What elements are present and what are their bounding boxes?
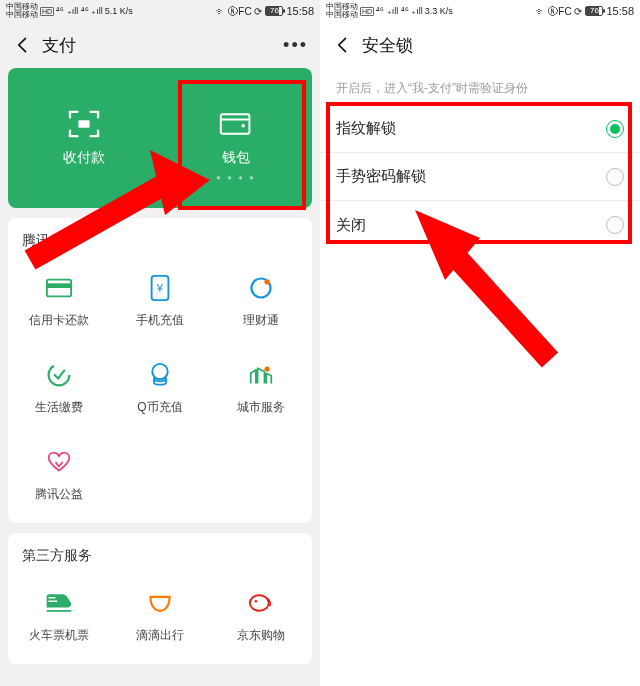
carrier-2: 中国移动 bbox=[326, 11, 358, 19]
svc-mobile-topup[interactable]: ¥ 手机充值 bbox=[109, 256, 210, 343]
svc-didi[interactable]: 滴滴出行 bbox=[109, 571, 210, 658]
section-thirdparty-title: 第三方服务 bbox=[8, 533, 312, 571]
credit-card-icon bbox=[44, 274, 74, 302]
city-icon bbox=[246, 361, 276, 389]
svg-point-8 bbox=[265, 279, 270, 284]
radio-icon bbox=[606, 120, 624, 138]
hint-text: 开启后，进入“我-支付”时需验证身份 bbox=[320, 68, 640, 105]
svc-train[interactable]: 火车票机票 bbox=[8, 571, 109, 658]
svg-text:¥: ¥ bbox=[156, 282, 164, 294]
svc-label: 生活缴费 bbox=[35, 399, 83, 416]
hd-badge: HD bbox=[360, 7, 374, 16]
battery-icon: 76 bbox=[265, 6, 283, 16]
svg-rect-1 bbox=[221, 114, 250, 134]
hero-pay-receive[interactable]: 收付款 bbox=[8, 68, 160, 208]
svc-city[interactable]: 城市服务 bbox=[211, 343, 312, 430]
chevron-left-icon bbox=[333, 35, 353, 55]
screen-security-lock: 中国移动 中国移动 HD ⁴⁶ ₊ıll ⁴⁶ ₊ıll 3.3 K/s ᯤ Ⓝ… bbox=[320, 0, 640, 686]
section-tencent-title: 腾讯服务 bbox=[8, 218, 312, 256]
radio-icon bbox=[606, 216, 624, 234]
option-gesture[interactable]: 手势密码解锁 bbox=[320, 153, 640, 201]
svc-charity[interactable]: 腾讯公益 bbox=[8, 430, 109, 517]
svg-rect-0 bbox=[78, 120, 89, 128]
svc-label: 京东购物 bbox=[237, 627, 285, 644]
svc-label: 理财通 bbox=[243, 312, 279, 329]
option-label: 手势密码解锁 bbox=[336, 167, 426, 186]
svc-licaitong[interactable]: 理财通 bbox=[211, 256, 312, 343]
status-bar: 中国移动 中国移动 HD ⁴⁶ ₊ıll ⁴⁶ ₊ıll 5.1 K/s ᯤ Ⓝ… bbox=[0, 0, 320, 22]
net-speed: 5.1 bbox=[105, 6, 118, 16]
back-button[interactable] bbox=[12, 34, 34, 56]
scan-icon bbox=[67, 109, 101, 139]
clock: 15:58 bbox=[286, 5, 314, 17]
status-bar: 中国移动 中国移动 HD ⁴⁶ ₊ıll ⁴⁶ ₊ıll 3.3 K/s ᯤ Ⓝ… bbox=[320, 0, 640, 22]
svc-utilities[interactable]: 生活缴费 bbox=[8, 343, 109, 430]
wallet-icon bbox=[219, 109, 253, 139]
carrier-2: 中国移动 bbox=[6, 11, 38, 19]
status-icons: ᯤ ⓃFC ⟳ bbox=[216, 6, 263, 17]
nav-bar: 安全锁 bbox=[320, 22, 640, 68]
net-speed: 3.3 bbox=[425, 6, 438, 16]
svc-label: 信用卡还款 bbox=[29, 312, 89, 329]
page-title: 安全锁 bbox=[362, 34, 413, 57]
qcoin-icon bbox=[145, 361, 175, 389]
charity-icon bbox=[44, 448, 74, 476]
svc-label: 火车票机票 bbox=[29, 627, 89, 644]
payment-hero: 收付款 钱包 ＊＊＊＊ bbox=[8, 68, 312, 208]
option-fingerprint[interactable]: 指纹解锁 bbox=[320, 105, 640, 153]
option-off[interactable]: 关闭 bbox=[320, 201, 640, 249]
svg-point-2 bbox=[241, 124, 245, 128]
option-label: 关闭 bbox=[336, 216, 366, 235]
svc-label: 手机充值 bbox=[136, 312, 184, 329]
battery-icon: 76 bbox=[585, 6, 603, 16]
jd-icon bbox=[246, 589, 276, 617]
mobile-topup-icon: ¥ bbox=[145, 274, 175, 302]
svg-point-11 bbox=[265, 366, 270, 371]
hero-wallet[interactable]: 钱包 ＊＊＊＊ bbox=[160, 68, 312, 208]
signal-icon: ⁴⁶ ₊ıll ⁴⁶ ₊ıll bbox=[56, 7, 103, 16]
didi-icon bbox=[145, 589, 175, 617]
section-thirdparty: 第三方服务 火车票机票 滴滴出行 京东购物 bbox=[8, 533, 312, 664]
utilities-icon bbox=[44, 361, 74, 389]
hd-badge: HD bbox=[40, 7, 54, 16]
train-icon bbox=[44, 589, 74, 617]
svg-point-12 bbox=[250, 595, 269, 610]
radio-icon bbox=[606, 168, 624, 186]
chevron-left-icon bbox=[13, 35, 33, 55]
svc-qcoin[interactable]: Q币充值 bbox=[109, 343, 210, 430]
licaitong-icon bbox=[246, 274, 276, 302]
net-speed-unit: K/s bbox=[440, 6, 453, 16]
section-tencent: 腾讯服务 信用卡还款 ¥ 手机充值 理财通 bbox=[8, 218, 312, 523]
svc-label: Q币充值 bbox=[137, 399, 182, 416]
svg-point-13 bbox=[255, 600, 258, 603]
svg-point-10 bbox=[152, 364, 167, 379]
svc-label: 腾讯公益 bbox=[35, 486, 83, 503]
option-label: 指纹解锁 bbox=[336, 119, 396, 138]
page-title: 支付 bbox=[42, 34, 76, 57]
hero-wallet-sub: ＊＊＊＊ bbox=[214, 173, 258, 186]
clock: 15:58 bbox=[606, 5, 634, 17]
svc-label: 城市服务 bbox=[237, 399, 285, 416]
svg-rect-4 bbox=[47, 283, 71, 288]
hero-pay-label: 收付款 bbox=[63, 149, 105, 167]
status-icons: ᯤ ⓃFC ⟳ bbox=[536, 6, 583, 17]
option-list: 指纹解锁 手势密码解锁 关闭 bbox=[320, 105, 640, 249]
svg-point-9 bbox=[48, 365, 69, 386]
net-speed-unit: K/s bbox=[120, 6, 133, 16]
svc-jd[interactable]: 京东购物 bbox=[211, 571, 312, 658]
svc-credit-card[interactable]: 信用卡还款 bbox=[8, 256, 109, 343]
nav-bar: 支付 ••• bbox=[0, 22, 320, 68]
svc-label: 滴滴出行 bbox=[136, 627, 184, 644]
back-button[interactable] bbox=[332, 34, 354, 56]
more-button[interactable]: ••• bbox=[283, 35, 308, 56]
hero-wallet-label: 钱包 bbox=[222, 149, 250, 167]
signal-icon: ⁴⁶ ₊ıll ⁴⁶ ₊ıll bbox=[376, 7, 423, 16]
screen-payment: 中国移动 中国移动 HD ⁴⁶ ₊ıll ⁴⁶ ₊ıll 5.1 K/s ᯤ Ⓝ… bbox=[0, 0, 320, 686]
